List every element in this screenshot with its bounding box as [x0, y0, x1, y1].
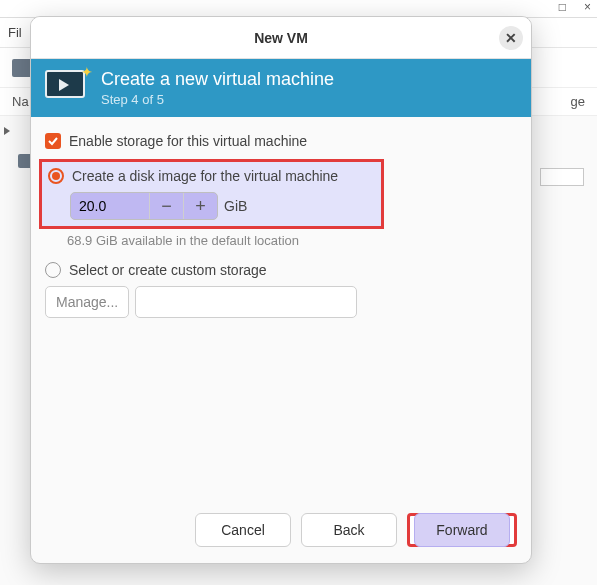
dialog-header-text: Create a new virtual machine Step 4 of 5: [101, 69, 334, 107]
bg-col-name: Na: [12, 94, 29, 109]
create-vm-icon: ✦: [45, 70, 89, 106]
dialog-title: New VM: [254, 30, 308, 46]
create-disk-highlight: Create a disk image for the virtual mach…: [39, 159, 384, 229]
close-button[interactable]: ✕: [499, 26, 523, 50]
storage-path-input[interactable]: [135, 286, 357, 318]
custom-storage-radio-row[interactable]: Select or create custom storage: [45, 262, 517, 278]
new-vm-dialog: New VM ✕ ✦ Create a new virtual machine …: [30, 16, 532, 564]
dialog-titlebar: New VM ✕: [31, 17, 531, 59]
bg-menu-file: Fil: [8, 25, 22, 40]
bg-maximize-icon: □: [559, 0, 566, 14]
enable-storage-row[interactable]: Enable storage for this virtual machine: [45, 133, 517, 149]
dialog-header: ✦ Create a new virtual machine Step 4 of…: [31, 59, 531, 117]
manage-storage-row: Manage...: [45, 286, 517, 318]
disk-size-increment[interactable]: +: [183, 193, 217, 219]
bg-close-icon: ×: [584, 0, 591, 14]
dialog-heading: Create a new virtual machine: [101, 69, 334, 90]
manage-button[interactable]: Manage...: [45, 286, 129, 318]
disk-size-decrement[interactable]: −: [149, 193, 183, 219]
enable-storage-label: Enable storage for this virtual machine: [69, 133, 307, 149]
chevron-right-icon: [4, 127, 10, 135]
enable-storage-checkbox[interactable]: [45, 133, 61, 149]
disk-size-unit: GiB: [224, 198, 247, 214]
bg-col-usage: ge: [571, 94, 585, 109]
star-icon: ✦: [81, 64, 93, 80]
back-button[interactable]: Back: [301, 513, 397, 547]
disk-size-input[interactable]: [71, 193, 149, 219]
forward-button[interactable]: Forward: [414, 513, 510, 547]
custom-storage-radio[interactable]: [45, 262, 61, 278]
bg-input-fragment: [540, 168, 584, 186]
dialog-body: Enable storage for this virtual machine …: [31, 117, 531, 501]
create-disk-radio-row[interactable]: Create a disk image for the virtual mach…: [48, 168, 375, 184]
check-icon: [47, 135, 59, 147]
dialog-footer: Cancel Back Forward: [31, 501, 531, 563]
cancel-button[interactable]: Cancel: [195, 513, 291, 547]
disk-size-spinbox: − +: [70, 192, 218, 220]
create-disk-label: Create a disk image for the virtual mach…: [72, 168, 338, 184]
forward-highlight: Forward: [407, 513, 517, 547]
dialog-step: Step 4 of 5: [101, 92, 334, 107]
create-disk-radio[interactable]: [48, 168, 64, 184]
available-space-label: 68.9 GiB available in the default locati…: [67, 233, 517, 248]
disk-size-row: − + GiB: [70, 192, 375, 220]
custom-storage-label: Select or create custom storage: [69, 262, 267, 278]
close-icon: ✕: [505, 30, 517, 46]
